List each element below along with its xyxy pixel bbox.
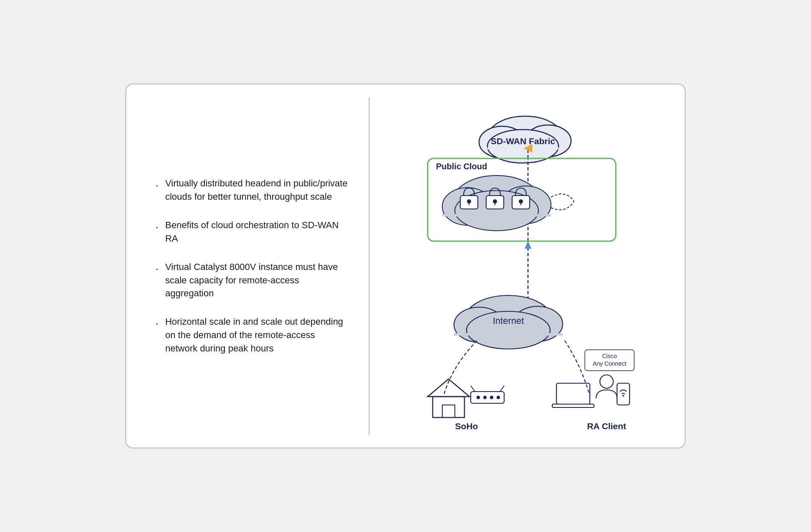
bullet-dash-2: ·: [156, 219, 158, 235]
svg-point-38: [477, 396, 480, 399]
svg-point-39: [483, 396, 487, 399]
svg-point-40: [490, 396, 493, 399]
bullet-item-1: · Virtually distributed headend in publi…: [156, 177, 348, 204]
right-panel: SD-WAN Fabric Public Cloud: [370, 84, 685, 448]
svg-text:SoHo: SoHo: [455, 421, 478, 431]
svg-text:RA Client: RA Client: [587, 421, 626, 431]
svg-point-21: [493, 199, 497, 204]
svg-marker-27: [525, 241, 531, 249]
bullet-list: · Virtually distributed headend in publi…: [156, 177, 348, 355]
svg-marker-34: [428, 379, 469, 397]
svg-text:Public Cloud: Public Cloud: [436, 162, 487, 171]
bullet-text-4: Horizontal scale in and scale out depend…: [165, 315, 348, 355]
svg-point-2: [487, 116, 563, 160]
svg-rect-36: [442, 405, 455, 417]
svg-rect-45: [556, 383, 590, 404]
bullet-dash-4: ·: [156, 316, 158, 332]
svg-text:Internet: Internet: [493, 316, 524, 326]
svg-text:Cisco: Cisco: [602, 353, 617, 359]
svg-point-14: [501, 186, 551, 224]
svg-text:Any Connect: Any Connect: [593, 360, 626, 367]
svg-rect-50: [585, 350, 634, 371]
left-panel: · Virtually distributed headend in publi…: [126, 84, 369, 448]
svg-line-42: [471, 386, 475, 392]
svg-point-15: [455, 191, 538, 231]
svg-rect-20: [486, 196, 504, 209]
svg-text:SD-WAN Fabric: SD-WAN Fabric: [491, 136, 555, 146]
bullet-dash-1: ·: [156, 178, 158, 193]
svg-point-13: [442, 188, 492, 225]
svg-point-49: [622, 395, 624, 397]
slide-container: · Virtually distributed headend in publi…: [125, 84, 686, 448]
svg-point-24: [519, 199, 523, 204]
diagram: SD-WAN Fabric Public Cloud: [402, 95, 653, 438]
svg-rect-37: [471, 392, 504, 403]
svg-rect-23: [512, 196, 530, 209]
svg-point-12: [453, 176, 541, 227]
svg-rect-17: [460, 196, 478, 209]
bullet-text-2: Benefits of cloud orchestration to SD-WA…: [165, 219, 348, 245]
svg-rect-10: [428, 158, 616, 241]
bullet-item-3: · Virtual Catalyst 8000V instance must h…: [156, 260, 348, 300]
bullet-dash-3: ·: [156, 261, 158, 277]
svg-point-4: [525, 125, 571, 157]
svg-point-30: [513, 306, 563, 341]
bullet-item-4: · Horizontal scale in and scale out depe…: [156, 315, 348, 355]
svg-point-28: [464, 295, 552, 344]
svg-point-41: [497, 396, 500, 399]
svg-rect-46: [552, 404, 594, 407]
svg-rect-48: [617, 383, 630, 405]
svg-rect-35: [433, 397, 464, 417]
svg-line-43: [500, 386, 504, 392]
svg-point-31: [467, 311, 550, 349]
svg-point-5: [487, 130, 559, 163]
bullet-item-2: · Benefits of cloud orchestration to SD-…: [156, 219, 348, 245]
svg-point-18: [467, 199, 471, 204]
bullet-text-1: Virtually distributed headend in public/…: [165, 177, 348, 204]
bullet-text-3: Virtual Catalyst 8000V instance must hav…: [165, 260, 348, 300]
svg-point-3: [479, 126, 525, 158]
svg-point-47: [600, 375, 613, 388]
svg-point-29: [454, 307, 504, 342]
